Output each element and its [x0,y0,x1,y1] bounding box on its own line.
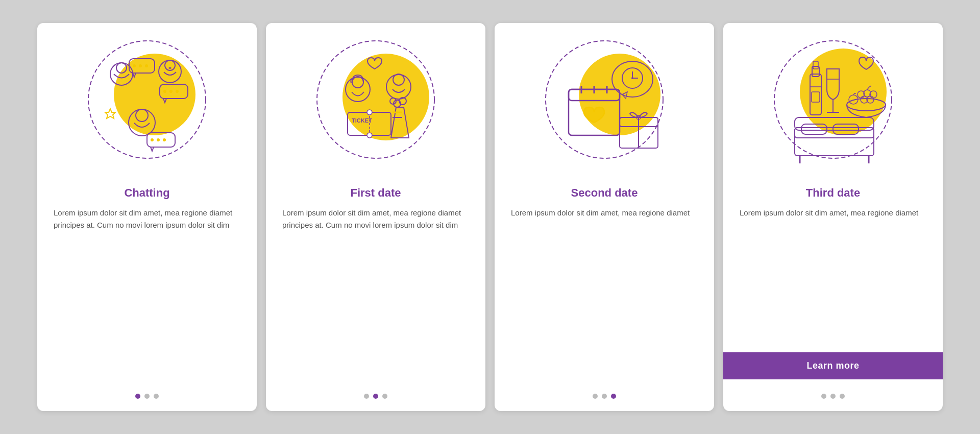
dot-2 [602,394,607,399]
svg-point-9 [133,64,136,67]
card-chatting: Chatting Lorem ipsum dolor sit dim amet,… [37,23,257,411]
svg-text:TICKET: TICKET [352,117,372,124]
first-date-illustration: TICKET [266,23,485,181]
third-date-text: Lorem ipsum dolor sit dim amet, mea regi… [740,207,926,219]
dot-3 [382,394,387,399]
svg-point-14 [163,90,166,93]
svg-point-34 [367,133,372,138]
chatting-svg [81,33,213,171]
second-date-text: Lorem ipsum dolor sit dim amet, mea regi… [511,207,698,219]
card-first-date: TICKET First date Lorem ipsum dolor sit … [266,23,485,411]
svg-point-15 [169,90,173,93]
chatting-illustration [37,23,257,181]
svg-marker-23 [151,147,154,151]
dot-1 [135,394,140,399]
dot-1 [364,394,369,399]
first-date-text: Lorem ipsum dolor sit dim amet, mea regi… [282,207,469,231]
svg-point-51 [631,77,633,79]
dot-3 [840,394,845,399]
svg-point-11 [145,64,148,67]
third-date-illustration [723,23,943,181]
dot-2 [144,394,150,399]
dot-3 [154,394,159,399]
svg-point-16 [176,90,179,93]
chatting-dots [135,384,159,399]
second-date-svg [538,33,671,171]
svg-point-22 [163,138,166,141]
dot-3 [611,394,616,399]
second-date-title: Second date [571,186,638,200]
first-date-body: Lorem ipsum dolor sit dim amet, mea regi… [266,207,485,384]
cards-container: Chatting Lorem ipsum dolor sit dim amet,… [22,8,958,426]
svg-point-20 [151,138,154,141]
svg-point-10 [139,64,142,67]
dot-2 [830,394,836,399]
second-date-dots [593,384,616,399]
dot-1 [593,394,598,399]
svg-point-21 [157,138,160,141]
card-second-date: Second date Lorem ipsum dolor sit dim am… [495,23,714,411]
svg-marker-18 [105,109,115,118]
first-date-title: First date [350,186,401,200]
learn-more-button[interactable]: Learn more [723,352,943,379]
third-date-title: Third date [806,186,860,200]
chatting-body: Lorem ipsum dolor sit dim amet, mea regi… [37,207,257,384]
svg-point-24 [342,54,429,140]
third-date-svg [767,33,899,171]
svg-point-33 [367,110,372,115]
card-third-date: Third date Lorem ipsum dolor sit dim ame… [723,23,943,411]
second-date-body: Lorem ipsum dolor sit dim amet, mea regi… [495,207,714,384]
dot-2 [373,394,378,399]
chatting-text: Lorem ipsum dolor sit dim amet, mea regi… [54,207,240,231]
first-date-svg: TICKET [309,33,442,171]
chatting-title: Chatting [124,186,169,200]
dot-1 [821,394,826,399]
first-date-dots [364,384,387,399]
third-date-dots [821,384,845,399]
third-date-body: Lorem ipsum dolor sit dim amet, mea regi… [723,207,943,345]
second-date-illustration [495,23,714,181]
